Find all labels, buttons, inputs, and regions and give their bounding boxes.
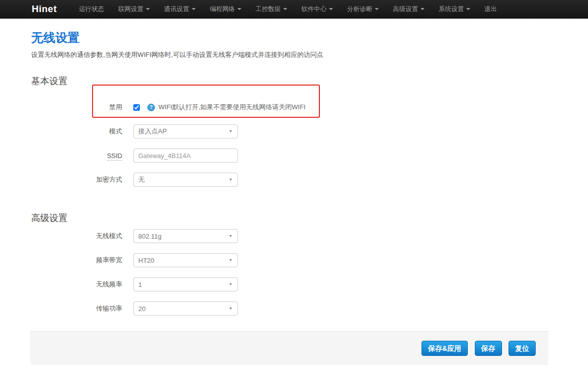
section-heading-advanced: 高级设置 [31,212,588,224]
nav-item-programming-network[interactable]: 编程网络 [203,0,248,19]
nav-item-running-status[interactable]: 运行状态 [72,0,111,19]
mode-select-value: 接入点AP [138,127,166,136]
page-description: 设置无线网络的通信参数,当网关使用WIFI网络时,可以手动设置无线客户端模式并连… [31,50,588,59]
ssid-input[interactable] [133,148,238,163]
channel-select[interactable]: 1 ▼ [133,277,238,291]
section-heading-basic: 基本设置 [31,75,588,87]
wireless-mode-select-value: 802.11g [138,233,161,240]
footer-action-bar: 保存&应用 保存 复位 [30,331,548,365]
mode-label: 模式 [31,127,122,136]
advanced-settings-form: 无线模式 802.11g ▼ 频率带宽 HT20 ▼ 无线频率 1 ▼ 传输功率… [31,229,588,316]
select-arrow-icon: ▼ [228,258,233,262]
basic-settings-form: 禁用 ? WIFI默认打开,如果不需要使用无线网络请关闭WIFI 模式 接入点A… [31,100,588,187]
tx-power-select-value: 20 [138,305,145,313]
encryption-select[interactable]: 无 ▼ [133,173,238,187]
caret-down-icon [146,8,150,10]
disable-checkbox[interactable] [133,104,140,111]
bandwidth-select[interactable]: HT20 ▼ [133,253,238,267]
form-row-tx-power: 传输功率 20 ▼ [31,302,588,316]
brand-logo[interactable]: Hinet [32,4,57,15]
channel-select-value: 1 [138,281,142,288]
encryption-select-value: 无 [138,175,145,184]
save-button[interactable]: 保存 [475,341,502,356]
nav-item-logout[interactable]: 退出 [477,0,504,19]
disable-hint-text: WIFI默认打开,如果不需要使用无线网络请关闭WIFI [158,103,305,112]
bandwidth-label: 频率带宽 [31,256,122,265]
nav-item-network-settings[interactable]: 联网设置 [111,0,157,19]
select-arrow-icon: ▼ [228,307,233,311]
select-arrow-icon: ▼ [228,234,233,238]
form-row-wireless-mode: 无线模式 802.11g ▼ [31,229,588,243]
select-arrow-icon: ▼ [228,129,233,133]
encryption-label: 加密方式 [31,175,122,184]
form-row-channel: 无线频率 1 ▼ [31,277,588,291]
tx-power-label: 传输功率 [31,304,122,313]
form-row-encryption: 加密方式 无 ▼ [31,173,588,187]
nav-item-industrial-data[interactable]: 工控数据 [248,0,294,19]
page-title: 无线设置 [31,30,588,46]
ssid-label: SSID [31,152,122,160]
caret-down-icon [375,8,379,10]
save-apply-button[interactable]: 保存&应用 [422,341,468,356]
nav-item-system-settings[interactable]: 系统设置 [432,0,477,19]
form-row-bandwidth: 频率带宽 HT20 ▼ [31,253,588,267]
nav-item-analysis-diagnosis[interactable]: 分析诊断 [340,0,386,19]
form-row-ssid: SSID [31,148,588,163]
channel-label: 无线频率 [31,280,122,289]
select-arrow-icon: ▼ [228,282,233,286]
form-row-disable: 禁用 ? WIFI默认打开,如果不需要使用无线网络请关闭WIFI [31,100,588,114]
caret-down-icon [192,8,196,10]
caret-down-icon [283,8,287,10]
bandwidth-select-value: HT20 [138,257,154,264]
disable-label: 禁用 [31,103,122,112]
form-row-mode: 模式 接入点AP ▼ [31,124,588,138]
caret-down-icon [466,8,470,10]
tx-power-select[interactable]: 20 ▼ [133,302,238,316]
wireless-mode-label: 无线模式 [31,232,122,241]
red-annotation-box [92,85,320,118]
main-content: 无线设置 设置无线网络的通信参数,当网关使用WIFI网络时,可以手动设置无线客户… [0,30,588,316]
top-navbar: Hinet 运行状态 联网设置 通讯设置 编程网络 工控数据 软件中心 分析诊断… [0,0,588,19]
mode-select[interactable]: 接入点AP ▼ [133,124,238,138]
select-arrow-icon: ▼ [228,178,233,182]
caret-down-icon [329,8,333,10]
nav-item-comm-settings[interactable]: 通讯设置 [157,0,203,19]
nav-item-advanced-settings[interactable]: 高级设置 [386,0,432,19]
help-question-circle-icon[interactable]: ? [147,104,155,111]
caret-down-icon [421,8,425,10]
caret-down-icon [237,8,241,10]
wireless-mode-select[interactable]: 802.11g ▼ [133,229,238,243]
reset-button[interactable]: 复位 [509,341,536,356]
nav-menu: 运行状态 联网设置 通讯设置 编程网络 工控数据 软件中心 分析诊断 高级设置 … [72,0,504,19]
nav-item-software-center[interactable]: 软件中心 [294,0,340,19]
